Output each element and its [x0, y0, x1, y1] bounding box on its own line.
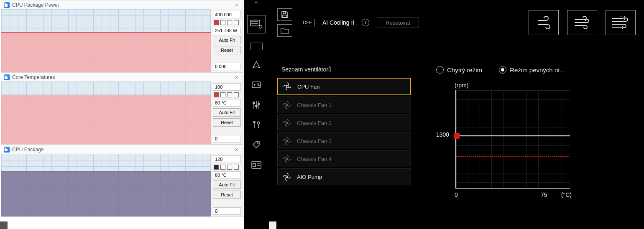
- wind-profile-mid[interactable]: [567, 10, 597, 35]
- autofit-button[interactable]: Auto Fit: [213, 181, 241, 189]
- swatch[interactable]: [220, 165, 225, 170]
- chart-title-text: Core Temperatures: [12, 74, 55, 80]
- swatch[interactable]: [214, 20, 219, 25]
- svg-point-25: [286, 122, 288, 124]
- fan-item-label: Chassis Fan 4: [297, 156, 332, 162]
- chart-swatches[interactable]: [213, 165, 241, 170]
- swatch[interactable]: [214, 165, 219, 170]
- svg-rect-22: [283, 15, 287, 18]
- hwmonitor-panel: CPU Package Power × 400.000 251.738 W Au…: [0, 0, 244, 229]
- chart-titlebar[interactable]: CPU Package ×: [1, 145, 243, 154]
- on-toggle-label: ON: [250, 43, 263, 50]
- fan-item[interactable]: Chassis Fan 4: [277, 150, 411, 167]
- autofit-button[interactable]: Auto Fit: [213, 36, 241, 44]
- swatch[interactable]: [227, 165, 232, 170]
- rpm-drag-handle[interactable]: [454, 133, 460, 139]
- chart-title-text: CPU Package: [12, 147, 43, 153]
- reset-button[interactable]: Reset: [213, 191, 241, 199]
- ai-cooling-label: AI Cooling II: [322, 19, 354, 26]
- fan-item[interactable]: Chassis Fan 2: [277, 114, 411, 131]
- fan-list: Seznam ventilátorů CPU Fan Chassis Fan 1…: [277, 66, 411, 199]
- fan-control-panel: OFF AI Cooling II i Resetovat Seznam ven…: [269, 0, 644, 229]
- close-icon[interactable]: ×: [233, 74, 240, 81]
- fan-icon: [283, 155, 291, 163]
- chart-sidebar: 400.000 251.738 W Auto Fit Reset 0.000: [211, 9, 243, 72]
- chart-plot[interactable]: [1, 81, 211, 144]
- svg-point-16: [257, 143, 258, 144]
- swatch[interactable]: [227, 92, 232, 97]
- chart-titlebar[interactable]: Core Temperatures ×: [1, 73, 243, 81]
- chart-plot[interactable]: [1, 9, 211, 72]
- fan-list-title: Seznam ventilátorů: [281, 66, 411, 73]
- triangle-icon[interactable]: [251, 59, 262, 70]
- tag-icon[interactable]: [251, 140, 262, 150]
- mode-smart[interactable]: Chytrý režim: [436, 66, 482, 74]
- chart-swatches[interactable]: [213, 92, 241, 97]
- chart-title-text: CPU Package Power: [12, 2, 59, 8]
- chart-max: 400.000: [213, 11, 241, 18]
- close-icon[interactable]: ×: [233, 1, 240, 8]
- fan-item[interactable]: Chassis Fan 1: [277, 97, 411, 113]
- chart-plot[interactable]: [1, 154, 211, 216]
- fan-icon: [283, 119, 291, 127]
- chart-icon: [4, 2, 10, 8]
- chart-window: CPU Package × 120 88 °C Auto Fit Reset 0: [1, 145, 243, 217]
- caret-up-icon[interactable]: ⌃: [254, 2, 259, 6]
- rpm-unit-label: (rpm): [455, 82, 468, 89]
- reset-button[interactable]: Reset: [213, 118, 241, 127]
- swatch[interactable]: [234, 92, 239, 97]
- svg-point-28: [286, 176, 288, 178]
- svg-point-7: [258, 84, 258, 84]
- chart-window: CPU Package Power × 400.000 251.738 W Au…: [1, 0, 243, 72]
- chart-icon: [4, 147, 10, 153]
- swatch[interactable]: [234, 165, 239, 170]
- close-icon[interactable]: ×: [233, 146, 240, 153]
- swatch[interactable]: [220, 20, 225, 25]
- info-icon[interactable]: i: [362, 19, 369, 26]
- chart-current: 80 °C: [213, 99, 241, 107]
- fan-item[interactable]: Chassis Fan 3: [277, 132, 411, 149]
- fan-item-label: Chassis Fan 2: [297, 120, 332, 126]
- svg-point-26: [286, 140, 288, 142]
- chart-swatches[interactable]: [213, 20, 241, 25]
- fan-profile-buttons: [529, 10, 636, 35]
- swatch[interactable]: [214, 92, 219, 97]
- fan-icon: [283, 137, 291, 145]
- swatch[interactable]: [220, 92, 225, 97]
- fan-item[interactable]: CPU Fan: [277, 78, 411, 95]
- svg-rect-21: [283, 12, 286, 13]
- autofit-button[interactable]: Auto Fit: [213, 108, 241, 117]
- fan-item-label: Chassis Fan 3: [297, 138, 332, 144]
- id-card-icon[interactable]: [251, 160, 262, 170]
- swatch[interactable]: [227, 20, 232, 25]
- reset-button[interactable]: Resetovat: [377, 18, 419, 28]
- reset-button[interactable]: Reset: [213, 46, 241, 54]
- swatch[interactable]: [234, 20, 239, 25]
- vertical-toolbar: ⌃ ON: [244, 0, 269, 229]
- svg-point-8: [258, 85, 259, 86]
- off-toggle-label: OFF: [300, 19, 314, 26]
- keyboard-icon[interactable]: [247, 15, 266, 33]
- chart-current: 251.738 W: [213, 27, 241, 34]
- rpm-min-line: [456, 156, 570, 157]
- mode-fixed[interactable]: Režim pevných ot…: [499, 66, 566, 74]
- fan-item-label: CPU Fan: [297, 84, 319, 90]
- rpm-chart[interactable]: (rpm) 1300 (°C) 0 75: [436, 86, 570, 199]
- ai-cooling-toggle[interactable]: OFF: [300, 19, 315, 26]
- tools-icon[interactable]: [251, 120, 262, 130]
- svg-rect-0: [250, 20, 260, 26]
- wind-profile-low[interactable]: [529, 10, 559, 35]
- fan-item[interactable]: AIO Pump: [277, 168, 411, 185]
- gamepad-icon[interactable]: [251, 79, 262, 90]
- on-toggle[interactable]: ON: [250, 43, 263, 50]
- wind-profile-high[interactable]: [606, 10, 636, 35]
- radio-icon: [499, 66, 506, 74]
- fan-icon: [283, 173, 291, 181]
- save-button[interactable]: [277, 8, 292, 21]
- open-button[interactable]: [277, 24, 292, 37]
- chart-max: 120: [213, 155, 241, 163]
- chart-titlebar[interactable]: CPU Package Power ×: [1, 0, 243, 9]
- sliders-icon[interactable]: [251, 99, 262, 110]
- x-tick-0: 0: [455, 191, 458, 198]
- svg-point-1: [259, 25, 262, 28]
